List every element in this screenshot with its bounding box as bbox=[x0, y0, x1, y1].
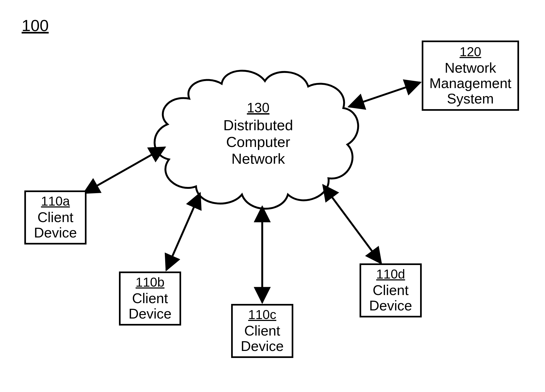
client-d-node: 110d Client Device bbox=[360, 263, 422, 317]
nms-node: 120 Network Management System bbox=[422, 41, 519, 111]
client-c-ref: 110c bbox=[248, 308, 276, 322]
cloud-node: 130 Distributed Computer Network bbox=[201, 100, 315, 167]
client-c-label-line2: Device bbox=[241, 339, 284, 354]
connector-cloud-to-nms bbox=[349, 82, 420, 107]
nms-label-line1: Network bbox=[445, 60, 496, 76]
client-b-label-line1: Client bbox=[132, 291, 168, 306]
client-b-label-line2: Device bbox=[129, 306, 172, 321]
cloud-label-line3: Network bbox=[201, 150, 315, 167]
client-b-node: 110b Client Device bbox=[119, 272, 181, 326]
nms-label-line3: System bbox=[447, 91, 494, 106]
client-d-label-line2: Device bbox=[369, 298, 412, 313]
nms-label-line2: Management bbox=[429, 76, 511, 91]
diagram-canvas: 100 130 Distributed Computer Network 120… bbox=[0, 0, 545, 392]
cloud-label-line1: Distributed bbox=[201, 117, 315, 133]
client-d-ref: 110d bbox=[376, 267, 405, 282]
client-a-label-line1: Client bbox=[38, 210, 74, 225]
cloud-label-line2: Computer bbox=[201, 133, 315, 150]
connector-cloud-to-client-a bbox=[84, 147, 165, 193]
nms-ref: 120 bbox=[460, 45, 481, 59]
client-c-label-line1: Client bbox=[244, 323, 280, 339]
client-a-label-line2: Device bbox=[34, 225, 77, 240]
client-a-ref: 110a bbox=[41, 194, 70, 209]
client-d-label-line1: Client bbox=[373, 283, 409, 298]
client-a-node: 110a Client Device bbox=[24, 190, 87, 244]
cloud-ref: 130 bbox=[247, 100, 269, 116]
connector-cloud-to-client-b bbox=[166, 193, 200, 270]
client-b-ref: 110b bbox=[136, 275, 165, 290]
client-c-node: 110c Client Device bbox=[231, 304, 293, 358]
connector-cloud-to-client-d bbox=[323, 185, 381, 263]
